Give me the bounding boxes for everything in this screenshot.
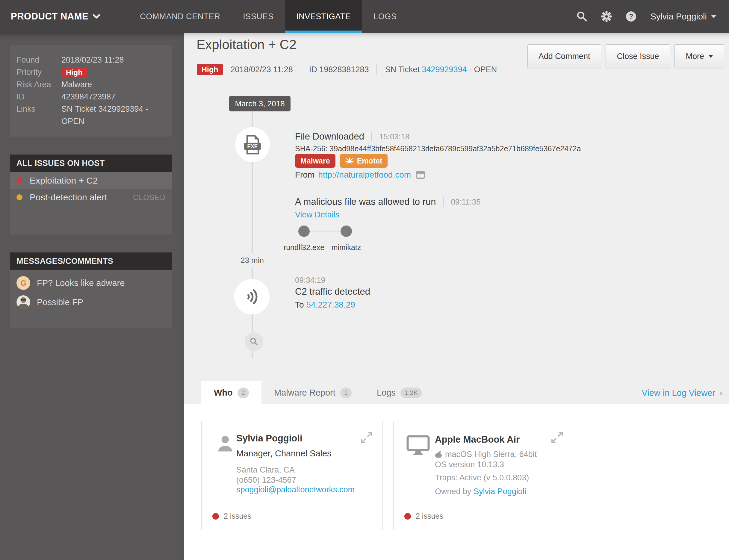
- info-label: Risk Area: [16, 78, 61, 91]
- device-traps-status: Traps: Active (v 5.0.0.803): [435, 473, 529, 483]
- add-comment-label: Add Comment: [539, 52, 590, 61]
- message-item[interactable]: G FP? Looks like adware: [10, 274, 172, 292]
- monitor-icon: [406, 435, 430, 456]
- expand-icon[interactable]: [360, 431, 373, 444]
- tab-label: Logs: [377, 388, 396, 398]
- page-title: Exploitation + C2: [196, 37, 297, 52]
- info-row-links: Links SN Ticket 3429929394 - OPEN: [16, 103, 169, 128]
- red-dot-icon: [212, 513, 219, 520]
- close-issue-button[interactable]: Close Issue: [606, 44, 670, 68]
- tab-label: Who: [214, 388, 233, 398]
- file-downloaded-header: File Downloaded 15:03:18: [295, 131, 409, 142]
- source-url-link[interactable]: http://naturalpetfood.com: [318, 170, 411, 180]
- nav-item-investigate[interactable]: INVESTIGATE: [285, 0, 362, 33]
- event-title: File Downloaded: [295, 131, 364, 142]
- device-os: macOS High Sierra, 64bit: [435, 449, 537, 459]
- issue-meta-row: High 2018/02/23 11:28 ID 19828381283 SN …: [197, 63, 497, 76]
- tab-malware-report[interactable]: Malware Report 1: [261, 381, 364, 404]
- nav-tabs: COMMAND CENTER ISSUES INVESTIGATE LOGS: [128, 0, 408, 33]
- message-item[interactable]: Possible FP: [10, 293, 172, 311]
- sn-ticket: SN Ticket 3429929394 - OPEN: [385, 65, 497, 74]
- who-card-device: Apple MacBook Air macOS High Sierra, 64b…: [393, 421, 573, 530]
- issue-label: Exploitation + C2: [30, 175, 98, 186]
- nav-item-command-center[interactable]: COMMAND CENTER: [128, 0, 232, 33]
- event-title: A malicious file was allowed to run: [295, 196, 436, 207]
- expand-icon[interactable]: [550, 431, 564, 444]
- close-issue-label: Close Issue: [617, 52, 659, 61]
- event-time: 15:03:18: [379, 132, 409, 141]
- sidebar: Found 2018/02/23 11:28 Priority High Ris…: [0, 33, 184, 560]
- process-node-rundll32[interactable]: [298, 225, 310, 237]
- owner-link[interactable]: Sylvia Poggioli: [474, 487, 526, 496]
- apple-logo-icon: [435, 450, 442, 458]
- person-icon: [216, 434, 235, 453]
- chevron-right-icon: ›: [719, 388, 722, 398]
- info-row-id: ID 423984723987: [16, 91, 169, 103]
- to-label: To: [295, 300, 304, 309]
- divider: [371, 132, 372, 141]
- issues-count: 2 issues: [224, 512, 251, 520]
- navbar-right: ? Sylvia Poggioli: [577, 0, 716, 33]
- sn-ticket-link[interactable]: 3429929394: [422, 65, 467, 74]
- person-name: Sylvia Poggioli: [236, 433, 303, 444]
- c2-traffic-node: [234, 279, 270, 314]
- owned-by-label: Owned by: [435, 487, 471, 496]
- issue-label: Post-detection alert: [30, 192, 107, 202]
- issues-count: 2 issues: [416, 512, 443, 520]
- tab-count-badge: 2: [238, 388, 249, 398]
- product-name: PRODUCT NAME: [11, 11, 88, 22]
- emotet-label: Emotet: [357, 157, 382, 165]
- timeline-end-node: [245, 332, 263, 351]
- divider: [443, 197, 444, 207]
- help-icon[interactable]: ?: [626, 11, 636, 22]
- more-label: More: [686, 52, 704, 61]
- event-time: 09:11:35: [451, 197, 480, 207]
- process-node-mimikatz[interactable]: [341, 225, 352, 237]
- all-issues-panel: ALL ISSUES ON HOST Exploitation + C2 Pos…: [10, 155, 172, 234]
- person-phone: (o650) 123-4567: [236, 475, 296, 485]
- search-icon[interactable]: [577, 11, 587, 22]
- detail-tabs: Who 2 Malware Report 1 Logs 1.2K: [201, 381, 434, 404]
- c2-ip-link[interactable]: 54.227.38.29: [306, 300, 355, 309]
- from-label: From: [295, 170, 314, 180]
- issue-row-post-detection[interactable]: Post-detection alert CLOSED: [10, 189, 172, 206]
- add-comment-button[interactable]: Add Comment: [527, 44, 601, 68]
- emotet-badge: Emotet: [340, 154, 388, 168]
- view-details-link[interactable]: View Details: [295, 210, 339, 220]
- tab-logs[interactable]: Logs 1.2K: [364, 381, 434, 404]
- more-chevron-down-icon: [708, 55, 713, 58]
- window-icon[interactable]: [416, 171, 425, 179]
- sha256-value: SHA-256: 39ad98e44ff3bfe58f4658213defa67…: [295, 144, 581, 153]
- user-name: Sylvia Poggioli: [650, 12, 707, 22]
- info-value: SN Ticket 3429929394 - OPEN: [61, 103, 169, 128]
- c2-time: 09:34:19: [295, 276, 325, 285]
- exe-file-icon: EXE: [243, 134, 262, 155]
- tab-who[interactable]: Who 2: [201, 381, 261, 404]
- exe-file-node: EXE: [235, 127, 270, 162]
- info-value: Malware: [61, 78, 92, 91]
- main-content: Exploitation + C2 High 2018/02/23 11:28 …: [184, 33, 729, 560]
- more-button[interactable]: More: [674, 44, 724, 68]
- sn-ticket-label: SN Ticket: [385, 65, 420, 74]
- device-issues: 2 issues: [404, 512, 443, 520]
- person-location: Santa Clara, CA: [236, 465, 295, 475]
- device-owner-row: Owned by Sylvia Poggioli: [435, 486, 526, 497]
- person-email-link[interactable]: spoggioli@paloaltonetworks.com: [236, 485, 355, 494]
- info-label: Links: [16, 103, 61, 128]
- view-in-log-viewer-link[interactable]: View in Log Viewer: [642, 388, 715, 398]
- nav-item-logs[interactable]: LOGS: [362, 0, 408, 33]
- user-menu[interactable]: Sylvia Poggioli: [650, 12, 716, 22]
- gear-icon[interactable]: [601, 11, 612, 22]
- issue-id: ID 19828381283: [309, 65, 369, 74]
- spider-icon: [345, 158, 354, 164]
- nav-item-issues[interactable]: ISSUES: [232, 0, 285, 33]
- issue-status-closed: CLOSED: [133, 193, 166, 202]
- priority-badge: High: [197, 64, 223, 75]
- timeline-date-chip: March 3, 2018: [229, 96, 291, 111]
- product-menu[interactable]: PRODUCT NAME: [11, 0, 100, 33]
- message-text: FP? Looks like adware: [37, 278, 125, 288]
- info-value: 2018/02/23 11:28: [61, 54, 124, 66]
- divider: [301, 64, 301, 75]
- tab-count-badge: 1: [340, 388, 352, 398]
- issue-row-exploitation-c2[interactable]: Exploitation + C2: [10, 172, 172, 189]
